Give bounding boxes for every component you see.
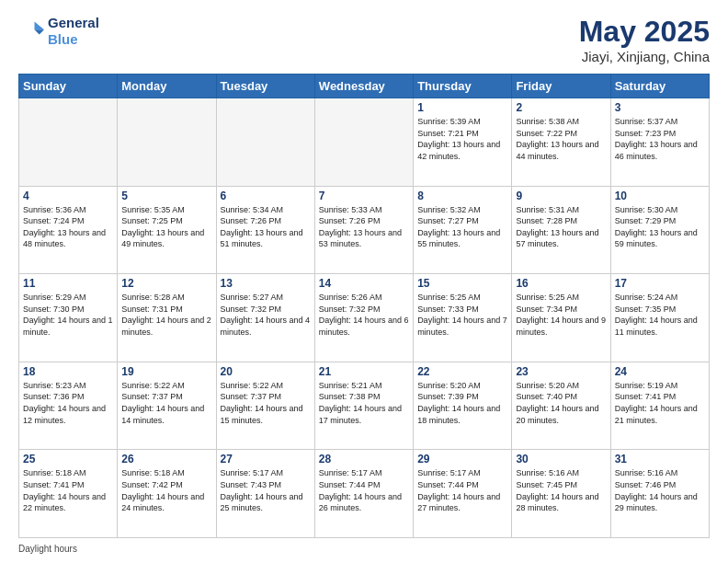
day-cell: 11Sunrise: 5:29 AM Sunset: 7:30 PM Dayli… xyxy=(19,274,118,362)
day-number: 17 xyxy=(615,277,705,290)
footer-text: Daylight hours xyxy=(18,544,77,554)
col-wednesday: Wednesday xyxy=(314,75,413,98)
day-cell: 27Sunrise: 5:17 AM Sunset: 7:43 PM Dayli… xyxy=(216,450,314,538)
day-info: Sunrise: 5:37 AM Sunset: 7:23 PM Dayligh… xyxy=(615,116,705,162)
day-info: Sunrise: 5:23 AM Sunset: 7:36 PM Dayligh… xyxy=(23,380,113,426)
day-cell: 29Sunrise: 5:17 AM Sunset: 7:44 PM Dayli… xyxy=(414,450,512,538)
day-number: 26 xyxy=(121,453,211,465)
day-number: 15 xyxy=(417,277,507,290)
col-thursday: Thursday xyxy=(414,75,512,98)
day-cell: 17Sunrise: 5:24 AM Sunset: 7:35 PM Dayli… xyxy=(610,274,709,362)
week-row-1: 4Sunrise: 5:36 AM Sunset: 7:24 PM Daylig… xyxy=(19,186,710,274)
week-row-3: 18Sunrise: 5:23 AM Sunset: 7:36 PM Dayli… xyxy=(19,362,710,450)
day-info: Sunrise: 5:16 AM Sunset: 7:45 PM Dayligh… xyxy=(516,467,606,513)
day-info: Sunrise: 5:27 AM Sunset: 7:32 PM Dayligh… xyxy=(221,292,311,338)
col-friday: Friday xyxy=(512,75,610,98)
day-cell: 9Sunrise: 5:31 AM Sunset: 7:28 PM Daylig… xyxy=(512,186,610,274)
day-cell: 13Sunrise: 5:27 AM Sunset: 7:32 PM Dayli… xyxy=(216,274,314,362)
day-number: 10 xyxy=(615,190,705,202)
day-cell: 12Sunrise: 5:28 AM Sunset: 7:31 PM Dayli… xyxy=(118,274,216,362)
day-number: 5 xyxy=(121,190,211,202)
week-row-4: 25Sunrise: 5:18 AM Sunset: 7:41 PM Dayli… xyxy=(19,450,710,538)
week-row-2: 11Sunrise: 5:29 AM Sunset: 7:30 PM Dayli… xyxy=(19,274,710,362)
header-row: Sunday Monday Tuesday Wednesday Thursday… xyxy=(19,75,710,98)
day-info: Sunrise: 5:38 AM Sunset: 7:22 PM Dayligh… xyxy=(516,116,606,162)
day-info: Sunrise: 5:25 AM Sunset: 7:34 PM Dayligh… xyxy=(516,292,606,338)
day-cell: 31Sunrise: 5:16 AM Sunset: 7:46 PM Dayli… xyxy=(610,450,709,538)
title-block: May 2025 Jiayi, Xinjiang, China xyxy=(579,15,710,64)
svg-marker-1 xyxy=(35,29,45,34)
day-number: 25 xyxy=(23,453,113,465)
day-number: 16 xyxy=(516,277,606,290)
day-info: Sunrise: 5:32 AM Sunset: 7:27 PM Dayligh… xyxy=(417,204,507,250)
day-cell: 28Sunrise: 5:17 AM Sunset: 7:44 PM Dayli… xyxy=(314,450,413,538)
day-number: 24 xyxy=(615,365,705,378)
day-info: Sunrise: 5:26 AM Sunset: 7:32 PM Dayligh… xyxy=(319,292,409,338)
page: General Blue May 2025 Jiayi, Xinjiang, C… xyxy=(0,0,728,563)
logo-icon xyxy=(18,18,44,44)
logo-text: General Blue xyxy=(48,15,99,48)
day-cell: 18Sunrise: 5:23 AM Sunset: 7:36 PM Dayli… xyxy=(19,362,118,450)
day-cell: 10Sunrise: 5:30 AM Sunset: 7:29 PM Dayli… xyxy=(610,186,709,274)
day-number: 3 xyxy=(615,101,705,114)
day-cell: 5Sunrise: 5:35 AM Sunset: 7:25 PM Daylig… xyxy=(118,186,216,274)
day-cell: 1Sunrise: 5:39 AM Sunset: 7:21 PM Daylig… xyxy=(414,98,512,187)
day-info: Sunrise: 5:31 AM Sunset: 7:28 PM Dayligh… xyxy=(516,204,606,250)
day-cell: 25Sunrise: 5:18 AM Sunset: 7:41 PM Dayli… xyxy=(19,450,118,538)
day-info: Sunrise: 5:24 AM Sunset: 7:35 PM Dayligh… xyxy=(615,292,705,338)
day-number: 13 xyxy=(221,277,311,290)
day-info: Sunrise: 5:16 AM Sunset: 7:46 PM Dayligh… xyxy=(615,467,705,513)
day-number: 23 xyxy=(516,365,606,378)
day-number: 28 xyxy=(319,453,409,465)
col-tuesday: Tuesday xyxy=(216,75,314,98)
day-info: Sunrise: 5:28 AM Sunset: 7:31 PM Dayligh… xyxy=(121,292,211,338)
day-info: Sunrise: 5:36 AM Sunset: 7:24 PM Dayligh… xyxy=(23,204,113,250)
day-number: 2 xyxy=(516,101,606,114)
day-cell: 2Sunrise: 5:38 AM Sunset: 7:22 PM Daylig… xyxy=(512,98,610,187)
day-number: 27 xyxy=(221,453,311,465)
day-info: Sunrise: 5:22 AM Sunset: 7:37 PM Dayligh… xyxy=(221,380,311,426)
day-cell xyxy=(19,98,118,187)
day-info: Sunrise: 5:18 AM Sunset: 7:42 PM Dayligh… xyxy=(121,467,211,513)
col-saturday: Saturday xyxy=(610,75,709,98)
col-monday: Monday xyxy=(118,75,216,98)
day-number: 29 xyxy=(417,453,507,465)
calendar-header: Sunday Monday Tuesday Wednesday Thursday… xyxy=(19,75,710,98)
day-info: Sunrise: 5:19 AM Sunset: 7:41 PM Dayligh… xyxy=(615,380,705,426)
day-info: Sunrise: 5:29 AM Sunset: 7:30 PM Dayligh… xyxy=(23,292,113,338)
day-number: 20 xyxy=(221,365,311,378)
day-info: Sunrise: 5:25 AM Sunset: 7:33 PM Dayligh… xyxy=(417,292,507,338)
day-number: 4 xyxy=(23,190,113,202)
day-cell: 21Sunrise: 5:21 AM Sunset: 7:38 PM Dayli… xyxy=(314,362,413,450)
day-info: Sunrise: 5:22 AM Sunset: 7:37 PM Dayligh… xyxy=(121,380,211,426)
day-cell: 19Sunrise: 5:22 AM Sunset: 7:37 PM Dayli… xyxy=(118,362,216,450)
day-number: 9 xyxy=(516,190,606,202)
day-number: 18 xyxy=(23,365,113,378)
week-row-0: 1Sunrise: 5:39 AM Sunset: 7:21 PM Daylig… xyxy=(19,98,710,187)
calendar-body: 1Sunrise: 5:39 AM Sunset: 7:21 PM Daylig… xyxy=(19,98,710,538)
day-number: 19 xyxy=(121,365,211,378)
day-info: Sunrise: 5:30 AM Sunset: 7:29 PM Dayligh… xyxy=(615,204,705,250)
day-number: 30 xyxy=(516,453,606,465)
day-number: 22 xyxy=(417,365,507,378)
day-cell xyxy=(216,98,314,187)
day-info: Sunrise: 5:33 AM Sunset: 7:26 PM Dayligh… xyxy=(319,204,409,250)
day-cell: 7Sunrise: 5:33 AM Sunset: 7:26 PM Daylig… xyxy=(314,186,413,274)
day-cell: 20Sunrise: 5:22 AM Sunset: 7:37 PM Dayli… xyxy=(216,362,314,450)
day-cell: 24Sunrise: 5:19 AM Sunset: 7:41 PM Dayli… xyxy=(610,362,709,450)
day-cell: 22Sunrise: 5:20 AM Sunset: 7:39 PM Dayli… xyxy=(414,362,512,450)
day-number: 8 xyxy=(417,190,507,202)
header: General Blue May 2025 Jiayi, Xinjiang, C… xyxy=(18,15,710,64)
calendar-table: Sunday Monday Tuesday Wednesday Thursday… xyxy=(18,74,710,538)
day-number: 14 xyxy=(319,277,409,290)
day-cell: 3Sunrise: 5:37 AM Sunset: 7:23 PM Daylig… xyxy=(610,98,709,187)
day-info: Sunrise: 5:18 AM Sunset: 7:41 PM Dayligh… xyxy=(23,467,113,513)
day-cell: 4Sunrise: 5:36 AM Sunset: 7:24 PM Daylig… xyxy=(19,186,118,274)
day-cell: 23Sunrise: 5:20 AM Sunset: 7:40 PM Dayli… xyxy=(512,362,610,450)
day-number: 12 xyxy=(121,277,211,290)
footer: Daylight hours xyxy=(18,544,710,554)
svg-marker-0 xyxy=(35,22,45,30)
day-cell: 15Sunrise: 5:25 AM Sunset: 7:33 PM Dayli… xyxy=(414,274,512,362)
day-info: Sunrise: 5:17 AM Sunset: 7:44 PM Dayligh… xyxy=(417,467,507,513)
day-info: Sunrise: 5:20 AM Sunset: 7:39 PM Dayligh… xyxy=(417,380,507,426)
